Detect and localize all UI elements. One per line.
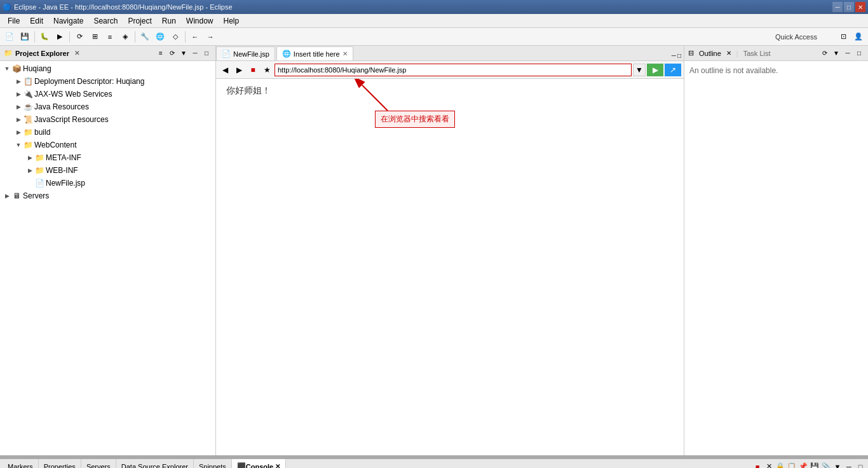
outline-header-tabs: ⊟ Outline ✕ | Task List	[688, 49, 771, 57]
outline-sync-icon[interactable]: ⟳	[820, 48, 830, 59]
tree-label-jaxws: JAX-WS Web Services	[34, 90, 112, 99]
tree-item-webinf[interactable]: ▶ 📁 WEB-INF	[0, 164, 215, 177]
minimize-panel-icon[interactable]: ─	[190, 48, 200, 59]
outline-tab-label[interactable]: Outline	[699, 50, 721, 57]
tree-arrow-servers: ▶	[3, 191, 11, 200]
console-tab-close-icon[interactable]: ✕	[275, 463, 280, 468]
toolbar-btn-6[interactable]: 🌐	[153, 30, 167, 44]
collapse-all-icon[interactable]: ≡	[156, 48, 166, 59]
run-button[interactable]: ▶	[53, 30, 67, 44]
browser-url-input[interactable]: http://localhost:8080/Huqiang/NewFile.js…	[275, 64, 632, 76]
task-list-tab-label[interactable]: Task List	[743, 50, 771, 57]
outline-message: An outline is not available.	[684, 61, 868, 80]
tab-console[interactable]: ⬛ Console ✕	[232, 459, 286, 468]
tree-item-jaxws[interactable]: ▶ 🔌 JAX-WS Web Services	[0, 88, 215, 100]
save-button[interactable]: 💾	[18, 30, 32, 44]
tab-browser-preview[interactable]: 🌐 Insert title here ✕	[276, 46, 353, 60]
tree-item-java-resources[interactable]: ▶ ☕ Java Resources	[0, 100, 215, 113]
new-button[interactable]: 📄	[3, 30, 17, 44]
menu-window[interactable]: Window	[181, 14, 219, 27]
perspective-btn[interactable]: ⊡	[836, 30, 850, 44]
sync-icon[interactable]: ⟳	[167, 48, 177, 59]
project-explorer-close-icon[interactable]: ✕	[74, 50, 79, 57]
console-clear-icon[interactable]: ✕	[764, 462, 774, 469]
tab-datasource[interactable]: Data Source Explorer	[116, 459, 194, 468]
toolbar-btn-3[interactable]: ≡	[103, 30, 117, 44]
maximize-button[interactable]: □	[844, 2, 854, 12]
tree-label-js-resources: JavaScript Resources	[34, 115, 109, 124]
minimize-button[interactable]: ─	[832, 2, 843, 12]
tree-item-newfile[interactable]: ▶ 📄 NewFile.jsp	[0, 177, 215, 189]
user-btn[interactable]: 👤	[851, 30, 865, 44]
tree-item-webcontent[interactable]: ▼ 📁 WebContent	[0, 139, 215, 151]
maximize-panel-icon[interactable]: □	[201, 48, 212, 59]
tree-arrow-deployment: ▶	[14, 77, 23, 86]
console-paste-icon[interactable]: 📌	[798, 462, 808, 469]
outline-close-icon[interactable]: ✕	[726, 50, 731, 57]
annotation-arrow-svg	[349, 79, 400, 117]
outline-maximize-icon[interactable]: □	[854, 48, 864, 59]
console-scroll-lock-icon[interactable]: 🔒	[775, 462, 785, 469]
console-stop-icon[interactable]: ■	[752, 462, 763, 469]
tree-item-js-resources[interactable]: ▶ 📜 JavaScript Resources	[0, 113, 215, 126]
forward-history-button[interactable]: →	[203, 30, 217, 44]
back-history-button[interactable]: ←	[188, 30, 202, 44]
toolbar-btn-4[interactable]: ◈	[118, 30, 132, 44]
tree-item-huqiang[interactable]: ▼ 📦 Huqiang	[0, 62, 215, 75]
tab-maximize-icon[interactable]: □	[677, 52, 681, 59]
browser-bookmark-button[interactable]: ★	[261, 64, 273, 76]
tab-properties[interactable]: Properties	[39, 459, 81, 468]
menu-project[interactable]: Project	[123, 14, 156, 27]
browser-open-external-button[interactable]: ↗	[665, 64, 681, 76]
js-resources-icon: 📜	[23, 114, 33, 125]
menu-help[interactable]: Help	[219, 14, 245, 27]
outline-menu-icon[interactable]: ▼	[831, 48, 841, 59]
menu-file[interactable]: File	[3, 14, 25, 27]
menu-search[interactable]: Search	[88, 14, 123, 27]
tab-minimize-icon[interactable]: ─	[672, 52, 676, 59]
browser-back-button[interactable]: ◀	[219, 64, 231, 76]
console-pin-icon[interactable]: 📎	[821, 462, 831, 469]
tree-label-metainf: META-INF	[46, 153, 81, 162]
outline-header-icons: ⟳ ▼ ─ □	[820, 48, 864, 59]
tree-item-deployment[interactable]: ▶ 📋 Deployment Descriptor: Huqiang	[0, 75, 215, 88]
tree-item-build[interactable]: ▶ 📁 build	[0, 126, 215, 139]
tree-item-metainf[interactable]: ▶ 📁 META-INF	[0, 151, 215, 164]
panel-menu-icon[interactable]: ▼	[179, 48, 189, 59]
annotation-container: 在浏览器中搜索看看	[375, 111, 455, 128]
toolbar-sep-2	[69, 31, 70, 43]
console-save-icon[interactable]: 💾	[810, 462, 820, 469]
tab-snippets[interactable]: Snippets	[194, 459, 232, 468]
console-copy-icon[interactable]: 📋	[787, 462, 797, 469]
debug-button[interactable]: 🐛	[37, 30, 51, 44]
toolbar-btn-7[interactable]: ◇	[168, 30, 182, 44]
close-button[interactable]: ✕	[855, 2, 865, 12]
tab-newfile-jsp[interactable]: 📄 NewFile.jsp	[216, 46, 275, 60]
tree-item-servers[interactable]: ▶ 🖥 Servers	[0, 189, 215, 202]
toolbar-btn-5[interactable]: 🔧	[138, 30, 152, 44]
outline-minimize-icon[interactable]: ─	[843, 48, 853, 59]
console-minimize-icon[interactable]: ─	[844, 462, 854, 469]
toolbar-right-icons: ⊡ 👤	[836, 30, 865, 44]
outline-separator: |	[736, 50, 738, 57]
tab-markers[interactable]: Markers	[3, 459, 39, 468]
tree-arrow-huqiang: ▼	[3, 64, 11, 73]
browser-forward-button[interactable]: ▶	[233, 64, 245, 76]
browser-url-dropdown[interactable]: ▼	[633, 64, 646, 76]
menu-navigate[interactable]: Navigate	[48, 14, 88, 27]
outline-panel-header: ⊟ Outline ✕ | Task List ⟳ ▼ ─ □	[684, 46, 868, 61]
main-container: 📁 Project Explorer ✕ ≡ ⟳ ▼ ─ □ ▼ 📦 Huqia…	[0, 46, 868, 455]
console-maximize-icon[interactable]: □	[855, 462, 865, 469]
menu-edit[interactable]: Edit	[25, 14, 48, 27]
toolbar-sep-3	[135, 31, 135, 43]
toolbar-btn-2[interactable]: ⊞	[88, 30, 102, 44]
toolbar-btn-1[interactable]: ⟳	[72, 30, 86, 44]
tree-label-servers: Servers	[23, 191, 49, 200]
console-menu-icon[interactable]: ▼	[832, 462, 843, 469]
browser-tab-close[interactable]: ✕	[342, 50, 348, 57]
menu-run[interactable]: Run	[157, 14, 181, 27]
toolbar-sep-4	[185, 31, 186, 43]
tab-servers[interactable]: Servers	[81, 459, 116, 468]
browser-go-button[interactable]: ▶	[647, 64, 663, 76]
browser-stop-button[interactable]: ■	[247, 64, 259, 76]
